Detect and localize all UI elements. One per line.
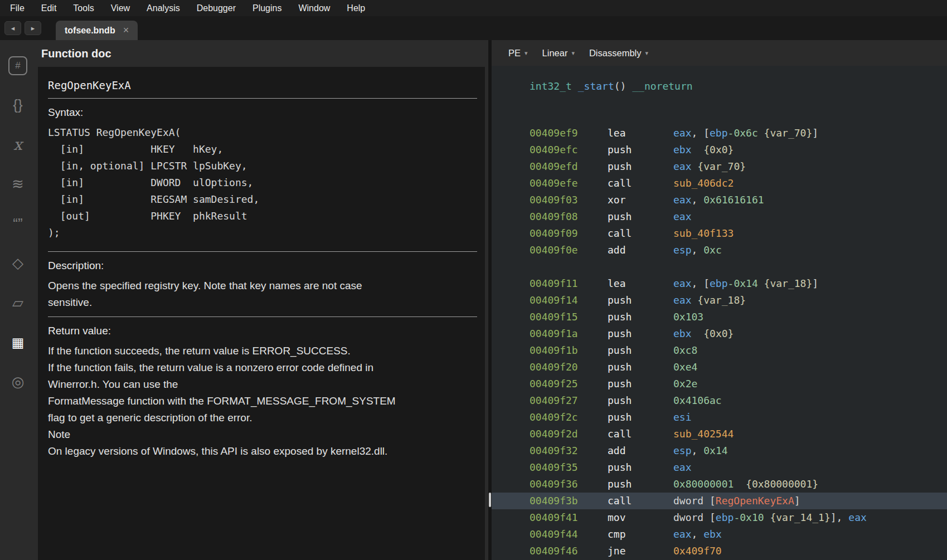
disasm-rows: 00409ef9leaeax, [ebp-0x6c {var_70}]00409… [492,125,947,559]
disassembly-dropdown[interactable]: Disassembly▾ [589,48,648,59]
disasm-row[interactable]: 00409f1apushebx {0x0} [492,325,947,342]
target-icon[interactable]: ◎ [0,362,36,402]
disasm-row[interactable]: 00409f0eaddesp, 0xc [492,242,947,259]
doc-function-name: RegOpenKeyExA [48,79,477,91]
syntax-code: LSTATUS RegOpenKeyExA( [in] HKEY hKey, [… [48,124,477,241]
icon-sidebar: {}x≋“”◇▱▦◎ [0,40,36,560]
chevron-down-icon: ▾ [571,50,575,57]
tab-bar: ◂ ▸ tofsee.bndb × [0,16,947,40]
tab-close-icon[interactable]: × [123,25,129,36]
variables-icon[interactable]: x [0,125,36,164]
chevron-down-icon: ▾ [525,50,528,57]
disasm-row[interactable]: 00409efcpushebx {0x0} [492,142,947,158]
disassembly-code-area[interactable]: int32_t _start() __noreturn 00409ef9leae… [492,66,947,560]
description-label: Description: [48,260,477,272]
chevron-down-icon: ▾ [645,50,648,57]
disasm-row[interactable]: 00409f2cpushesi [492,409,947,426]
quotes-icon[interactable]: “” [0,204,36,244]
section-divider [48,316,477,317]
disasm-row[interactable]: 00409f03xoreax, 0x61616161 [492,192,947,208]
doc-panel-title: Function doc [36,40,488,67]
menu-item-debugger[interactable]: Debugger [197,3,236,13]
disasm-row[interactable]: 00409f2dcallsub_402544 [492,426,947,442]
nav-back-button[interactable]: ◂ [4,21,21,35]
disasm-row[interactable]: 00409f44cmpeax, ebx [492,526,947,543]
linear-dropdown[interactable]: Linear▾ [542,48,575,59]
disasm-row[interactable]: 00409f46jne0x409f70 [492,543,947,559]
disasm-row[interactable]: 00409f25push0x2e [492,376,947,392]
pe-dropdown[interactable]: PE▾ [508,48,528,59]
tab-title: tofsee.bndb [65,26,115,36]
menu-bar: FileEditToolsViewAnalysisDebuggerPlugins… [0,0,947,16]
disasm-row[interactable]: 00409f32addesp, 0x14 [492,442,947,459]
disassembly-panel: PE▾Linear▾Disassembly▾ int32_t _start() … [492,40,947,560]
layers-icon[interactable]: ≋ [0,164,36,204]
map-icon[interactable]: ▱ [0,283,36,323]
disasm-row[interactable]: 00409f41movdword [ebp-0x10 {var_14_1}], … [492,509,947,526]
disasm-row[interactable]: 00409efdpusheax {var_70} [492,158,947,175]
menu-item-plugins[interactable]: Plugins [252,3,281,13]
disasm-row[interactable]: 00409f09callsub_40f133 [492,225,947,242]
braces-icon[interactable]: {} [0,85,36,125]
disasm-row[interactable]: 00409f20push0xe4 [492,359,947,376]
disasm-row[interactable]: 00409f27push0x4106ac [492,392,947,409]
syntax-label: Syntax: [48,106,477,119]
function-signature[interactable]: int32_t _start() __noreturn [530,78,947,95]
return-value-label: Return value: [48,325,477,337]
tab-tofsee-bndb[interactable]: tofsee.bndb × [56,21,138,40]
description-text: Opens the specified registry key. Note t… [48,277,477,311]
splitter-handle-icon [489,493,491,507]
disasm-row[interactable]: 00409f08pusheax [492,208,947,225]
app-root: FileEditToolsViewAnalysisDebuggerPlugins… [0,0,947,560]
disasm-row[interactable]: 00409f35pusheax [492,459,947,476]
nav-forward-button[interactable]: ▸ [25,21,41,35]
disasm-row[interactable]: 00409f36push0x80000001 {0x80000001} [492,476,947,493]
grid-icon[interactable]: ▦ [0,323,36,362]
disasm-row[interactable]: 00409f3bcalldword [RegOpenKeyExA] [492,493,947,509]
menu-item-help[interactable]: Help [347,3,365,13]
disasm-row[interactable]: 00409f15push0x103 [492,309,947,325]
section-divider [48,251,477,252]
menu-item-analysis[interactable]: Analysis [147,3,180,13]
menu-item-tools[interactable]: Tools [73,3,94,13]
disasm-row[interactable]: 00409efecallsub_406dc2 [492,175,947,192]
menu-item-view[interactable]: View [111,3,130,13]
menu-item-file[interactable]: File [10,3,25,13]
hash-icon[interactable] [0,46,36,85]
return-value-text: If the function succeeds, the return val… [48,343,477,460]
disasm-row[interactable]: 00409ef9leaeax, [ebp-0x6c {var_70}] [492,125,947,142]
menu-item-window[interactable]: Window [298,3,330,13]
doc-panel-content: RegOpenKeyExA Syntax: LSTATUS RegOpenKey… [38,67,485,560]
disasm-row[interactable]: 00409f11leaeax, [ebp-0x14 {var_18}] [492,275,947,292]
function-doc-panel: Function doc RegOpenKeyExA Syntax: LSTAT… [36,40,488,560]
disasm-row[interactable]: 00409f1bpush0xc8 [492,342,947,359]
disasm-row[interactable]: 00409f14pusheax {var_18} [492,292,947,309]
view-header: PE▾Linear▾Disassembly▾ [492,40,947,66]
tag-icon[interactable]: ◇ [0,244,36,283]
nav-buttons: ◂ ▸ [4,21,41,35]
menu-item-edit[interactable]: Edit [41,3,57,13]
section-divider [48,98,477,99]
disasm-blank-row [492,259,947,275]
